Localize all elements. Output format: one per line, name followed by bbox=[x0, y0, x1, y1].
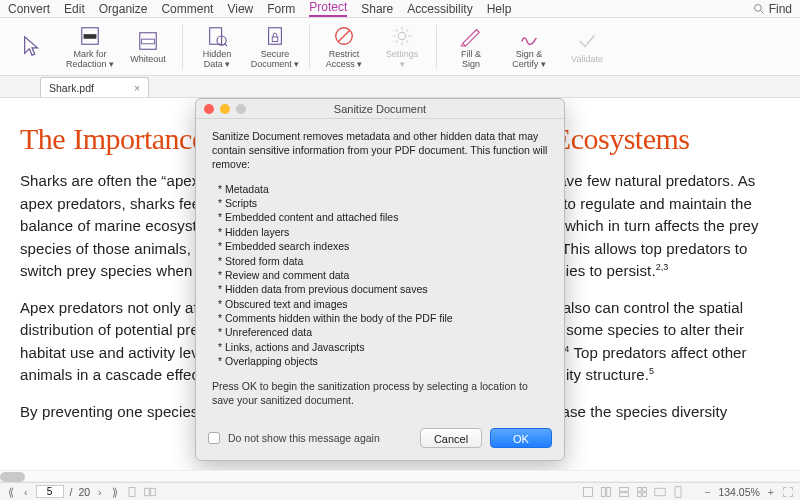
zoom-in-button[interactable]: + bbox=[766, 486, 776, 498]
document-tab[interactable]: Shark.pdf × bbox=[40, 77, 149, 97]
list-item: Links, actions and Javascripts bbox=[218, 340, 548, 354]
list-item: Embedded search indexes bbox=[218, 239, 548, 253]
menu-protect[interactable]: Protect bbox=[309, 0, 347, 17]
prev-page-button[interactable]: ‹ bbox=[22, 486, 30, 498]
tool-sublabel: Data ▾ bbox=[204, 60, 231, 70]
tool-sublabel: Sign bbox=[462, 60, 480, 70]
svg-rect-5 bbox=[142, 39, 155, 44]
svg-rect-26 bbox=[655, 488, 666, 496]
toolbar-separator bbox=[182, 25, 183, 69]
next-page-button[interactable]: › bbox=[96, 486, 104, 498]
layout-icon[interactable] bbox=[582, 486, 594, 498]
tool-select[interactable] bbox=[6, 21, 58, 73]
svg-rect-21 bbox=[620, 492, 629, 496]
toolbar: Mark for Redaction ▾ Whiteout Hidden Dat… bbox=[0, 18, 800, 76]
search-placeholder: Find bbox=[769, 2, 792, 16]
last-page-button[interactable]: ⟫ bbox=[110, 486, 120, 498]
menu-help[interactable]: Help bbox=[487, 2, 512, 16]
fit-icon[interactable] bbox=[654, 486, 666, 498]
menu-form[interactable]: Form bbox=[267, 2, 295, 16]
cancel-button[interactable]: Cancel bbox=[420, 428, 482, 448]
menu-view[interactable]: View bbox=[227, 2, 253, 16]
layout-icon[interactable] bbox=[636, 486, 648, 498]
total-pages: 20 bbox=[78, 486, 90, 498]
window-controls bbox=[204, 104, 246, 114]
zoom-level[interactable]: 134.05% bbox=[718, 486, 759, 498]
search-box[interactable]: Find bbox=[753, 2, 792, 16]
document-viewport: The Importance of Sharks to Healthy Mari… bbox=[0, 98, 800, 482]
dialog-intro: Sanitize Document removes metadata and o… bbox=[212, 129, 548, 172]
dialog-titlebar[interactable]: Sanitize Document bbox=[196, 99, 564, 119]
dialog-title: Sanitize Document bbox=[196, 103, 564, 115]
list-item: Review and comment data bbox=[218, 268, 548, 282]
svg-rect-23 bbox=[643, 487, 647, 491]
menu-accessibility[interactable]: Accessibility bbox=[407, 2, 472, 16]
tool-sign-certify[interactable]: Sign & Certify ▾ bbox=[503, 21, 555, 73]
menu-convert[interactable]: Convert bbox=[8, 2, 50, 16]
layout-icon[interactable] bbox=[618, 486, 630, 498]
list-item: Stored form data bbox=[218, 253, 548, 267]
menubar: Convert Edit Organize Comment View Form … bbox=[0, 0, 800, 18]
zoom-window-icon bbox=[236, 104, 246, 114]
menu-edit[interactable]: Edit bbox=[64, 2, 85, 16]
dialog-footer: Do not show this message again Cancel OK bbox=[196, 428, 564, 460]
svg-rect-24 bbox=[638, 492, 642, 496]
redact-icon bbox=[79, 25, 101, 47]
dont-show-label: Do not show this message again bbox=[228, 432, 412, 444]
minimize-window-icon[interactable] bbox=[220, 104, 230, 114]
modal-overlay: Sanitize Document Sanitize Document remo… bbox=[0, 98, 800, 482]
list-item: Unreferenced data bbox=[218, 325, 548, 339]
tool-settings: Settings ▾ bbox=[376, 21, 428, 73]
tool-fill-sign[interactable]: Fill & Sign bbox=[445, 21, 497, 73]
gear-icon bbox=[391, 25, 413, 47]
tool-restrict-access[interactable]: Restrict Access ▾ bbox=[318, 21, 370, 73]
close-window-icon[interactable] bbox=[204, 104, 214, 114]
tool-whiteout[interactable]: Whiteout bbox=[122, 21, 174, 73]
dont-show-checkbox[interactable] bbox=[208, 432, 220, 444]
ok-button[interactable]: OK bbox=[490, 428, 552, 448]
cursor-icon bbox=[21, 35, 43, 57]
first-page-button[interactable]: ⟪ bbox=[6, 486, 16, 498]
toolbar-separator bbox=[436, 25, 437, 69]
tool-mark-redaction[interactable]: Mark for Redaction ▾ bbox=[64, 21, 116, 73]
page-number-input[interactable] bbox=[36, 485, 64, 498]
validate-icon bbox=[576, 30, 598, 52]
facing-pages-icon[interactable] bbox=[144, 486, 156, 498]
svg-rect-16 bbox=[150, 488, 155, 496]
restrict-icon bbox=[333, 25, 355, 47]
svg-rect-20 bbox=[620, 487, 629, 491]
svg-point-13 bbox=[398, 32, 405, 39]
svg-point-0 bbox=[754, 4, 761, 11]
tool-label: Whiteout bbox=[130, 55, 166, 65]
layout-icon[interactable] bbox=[600, 486, 612, 498]
svg-rect-17 bbox=[584, 487, 593, 496]
zoom-out-button[interactable]: − bbox=[702, 486, 712, 498]
menu-organize[interactable]: Organize bbox=[99, 2, 148, 16]
tool-sublabel: Document ▾ bbox=[251, 60, 300, 70]
menu-share[interactable]: Share bbox=[361, 2, 393, 16]
svg-rect-14 bbox=[129, 487, 135, 496]
hidden-data-icon bbox=[206, 25, 228, 47]
tool-hidden-data[interactable]: Hidden Data ▾ bbox=[191, 21, 243, 73]
fill-sign-icon bbox=[460, 25, 482, 47]
list-item: Hidden layers bbox=[218, 225, 548, 239]
list-item: Obscured text and images bbox=[218, 297, 548, 311]
tool-label: Validate bbox=[571, 55, 603, 65]
svg-line-1 bbox=[760, 10, 763, 13]
svg-line-12 bbox=[339, 30, 350, 41]
fit-icon[interactable] bbox=[672, 486, 684, 498]
horizontal-scrollbar[interactable] bbox=[0, 470, 800, 482]
list-item: Hidden data from previous document saves bbox=[218, 282, 548, 296]
tool-secure-document[interactable]: Secure Document ▾ bbox=[249, 21, 301, 73]
search-icon bbox=[753, 3, 765, 15]
tabbar: Shark.pdf × bbox=[0, 76, 800, 98]
tool-validate: Validate bbox=[561, 21, 613, 73]
tool-sublabel: ▾ bbox=[400, 60, 405, 70]
menu-comment[interactable]: Comment bbox=[161, 2, 213, 16]
fullscreen-icon[interactable] bbox=[782, 486, 794, 498]
secure-icon bbox=[264, 25, 286, 47]
single-page-icon[interactable] bbox=[126, 486, 138, 498]
tab-close-icon[interactable]: × bbox=[134, 82, 140, 94]
svg-rect-27 bbox=[675, 486, 681, 497]
scrollbar-thumb[interactable] bbox=[0, 472, 25, 482]
